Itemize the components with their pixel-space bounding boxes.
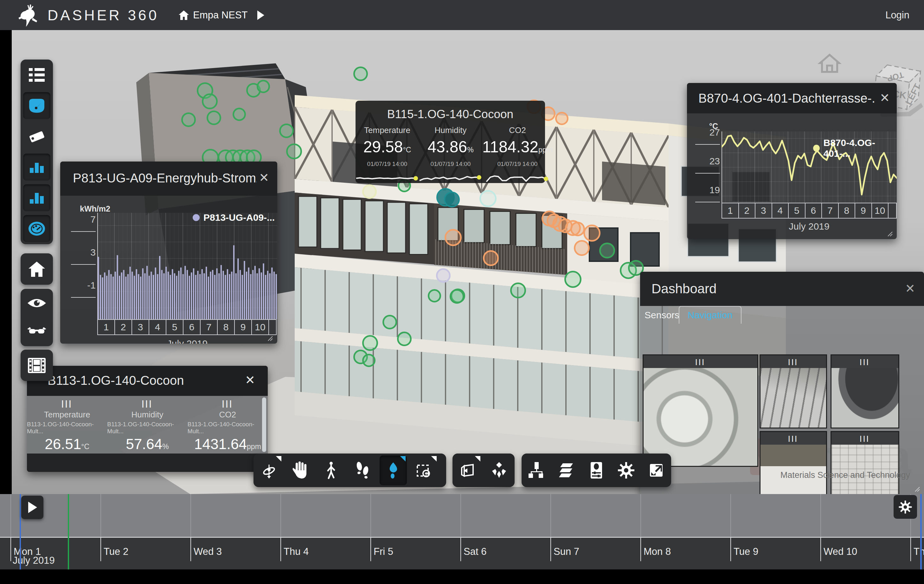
- tab-sensors[interactable]: Sensors: [645, 310, 679, 321]
- thumbnail-drag-header[interactable]: |||: [761, 355, 826, 368]
- settings-button[interactable]: [611, 454, 641, 487]
- timeline-track[interactable]: [0, 494, 924, 538]
- orbit-button[interactable]: [254, 454, 285, 487]
- sidebar-item-bar-chart-b[interactable]: [21, 183, 53, 213]
- sensor-dot-green[interactable]: [206, 110, 221, 125]
- sensor-dot-green[interactable]: [564, 271, 581, 288]
- x-axis-cell[interactable]: 2: [738, 203, 755, 219]
- x-axis-cell[interactable]: 4: [772, 203, 789, 219]
- sensor-dot-lavender[interactable]: [436, 268, 450, 283]
- sensor-dot-green[interactable]: [181, 112, 196, 127]
- model-structure-button[interactable]: [521, 454, 551, 487]
- timeline-marker[interactable]: [68, 494, 69, 569]
- x-axis-cell[interactable]: 9: [855, 203, 871, 219]
- sensor-dot-green[interactable]: [362, 335, 378, 351]
- resize-grip[interactable]: [914, 486, 920, 492]
- sensor-dot-green[interactable]: [397, 332, 412, 346]
- sensor-dot-green[interactable]: [383, 315, 397, 329]
- sensor-filter-button[interactable]: [378, 454, 409, 487]
- sensor-dot-green[interactable]: [428, 289, 441, 303]
- thumbnail-drag-header[interactable]: |||: [832, 355, 898, 368]
- x-axis-cell[interactable]: 5: [788, 203, 805, 219]
- sensor-dot-green[interactable]: [257, 80, 270, 93]
- sensor-dot-green[interactable]: [279, 123, 294, 138]
- resize-grip[interactable]: [267, 335, 273, 341]
- nav-thumbnail-dark-canopy[interactable]: |||: [830, 354, 899, 428]
- sidebar-item-dial[interactable]: [21, 213, 53, 244]
- sidebar-item-home[interactable]: [21, 253, 53, 285]
- sidebar-item-tag[interactable]: [21, 121, 53, 152]
- drag-handle-icon[interactable]: |||: [61, 399, 73, 408]
- sensor-dot-green[interactable]: [286, 143, 302, 159]
- chart-legend[interactable]: P813-UG-A09-...: [193, 212, 275, 223]
- close-icon[interactable]: ✕: [259, 172, 269, 184]
- x-axis-cell[interactable]: 1: [97, 319, 114, 335]
- panel-drag-header[interactable]: Dashboard ✕: [640, 272, 924, 306]
- sensor-dot-green[interactable]: [353, 66, 368, 81]
- sensor-dot-orange[interactable]: [555, 112, 568, 125]
- zoom-window-button[interactable]: [409, 454, 440, 487]
- tab-navigation[interactable]: Navigation: [679, 306, 741, 324]
- x-axis-cell[interactable]: 6: [183, 319, 200, 335]
- x-axis-cell[interactable]: 1: [721, 203, 738, 219]
- panel-drag-header[interactable]: P813-UG-A09-Energyhub-Stromz... ✕: [60, 161, 277, 196]
- sidebar-item-eye[interactable]: [21, 289, 53, 317]
- pan-button[interactable]: [285, 454, 315, 487]
- scrollbar[interactable]: [262, 398, 266, 452]
- x-axis-cell[interactable]: 10: [251, 319, 268, 335]
- sensor-dot-pale-blue[interactable]: [479, 190, 497, 207]
- sensor-dot-green[interactable]: [450, 289, 464, 304]
- x-axis-cell[interactable]: 7: [821, 203, 838, 219]
- thumbnail-drag-header[interactable]: |||: [644, 355, 757, 368]
- layers-button[interactable]: [551, 454, 581, 487]
- x-axis-cell[interactable]: 4: [148, 319, 166, 335]
- sensor-dot-green[interactable]: [599, 243, 615, 258]
- breadcrumb[interactable]: Empa NEST: [178, 10, 264, 21]
- x-axis-cell[interactable]: 8: [838, 203, 855, 219]
- sidebar-item-list[interactable]: [21, 59, 53, 90]
- drag-handle-icon[interactable]: |||: [142, 399, 153, 408]
- sensor-dot-green[interactable]: [202, 94, 218, 109]
- sidebar-item-glasses[interactable]: [21, 317, 53, 346]
- timeline-settings-button[interactable]: [894, 495, 917, 519]
- x-axis-cell[interactable]: 8: [217, 319, 234, 335]
- sensor-dot-orange[interactable]: [570, 222, 585, 236]
- thumbnail-drag-header[interactable]: |||: [761, 432, 826, 445]
- x-axis-cell[interactable]: 2: [114, 319, 132, 335]
- sensor-dot-orange[interactable]: [445, 229, 462, 246]
- sidebar-item-bar-chart-a[interactable]: [21, 152, 53, 183]
- sensor-dot-orange[interactable]: [483, 250, 499, 266]
- properties-button[interactable]: [581, 454, 611, 487]
- close-icon[interactable]: ✕: [879, 92, 890, 104]
- drag-handle-icon[interactable]: |||: [222, 399, 233, 408]
- walk-button[interactable]: [315, 454, 346, 487]
- nav-thumbnail-atrium-arch[interactable]: |||: [643, 354, 758, 467]
- thumbnail-drag-header[interactable]: |||: [832, 432, 898, 445]
- sensor-dot-pale-yellow[interactable]: [362, 184, 377, 199]
- footsteps-button[interactable]: [346, 454, 378, 487]
- nav-thumbnail-staircase[interactable]: |||: [759, 354, 827, 428]
- x-axis-cell[interactable]: 6: [805, 203, 822, 219]
- close-icon[interactable]: ✕: [905, 283, 915, 294]
- sensor-dot-green[interactable]: [510, 283, 526, 298]
- panel-drag-header[interactable]: B870-4.OG-401-Dachterrasse-... ✕: [687, 83, 897, 114]
- sensor-dot-orange[interactable]: [574, 240, 590, 256]
- x-axis-cell[interactable]: 5: [166, 319, 183, 335]
- x-axis-cell[interactable]: 9: [234, 319, 251, 335]
- sensor-dot-orange[interactable]: [583, 225, 601, 242]
- x-axis-cell[interactable]: 10: [871, 203, 888, 219]
- sensor-dot-green[interactable]: [362, 354, 376, 367]
- sidebar-item-gauge[interactable]: [21, 90, 53, 121]
- chart-legend[interactable]: B870-4.OG-401-...: [813, 137, 897, 159]
- play-button[interactable]: [21, 496, 43, 519]
- fullscreen-button[interactable]: [641, 454, 671, 487]
- login-button[interactable]: Login: [885, 0, 909, 30]
- timeline-day-labels[interactable]: Mon 1Tue 2Wed 3Thu 4Fri 5Sat 6Sun 7Mon 8…: [0, 538, 924, 569]
- sidebar-item-film[interactable]: [21, 350, 53, 381]
- explode-model-button[interactable]: [483, 454, 515, 487]
- close-icon[interactable]: ✕: [245, 374, 255, 386]
- resize-grip[interactable]: [887, 230, 893, 237]
- camera-view-button[interactable]: [452, 454, 483, 487]
- x-axis-cell[interactable]: 7: [200, 319, 217, 335]
- timeline-playhead[interactable]: [20, 494, 21, 569]
